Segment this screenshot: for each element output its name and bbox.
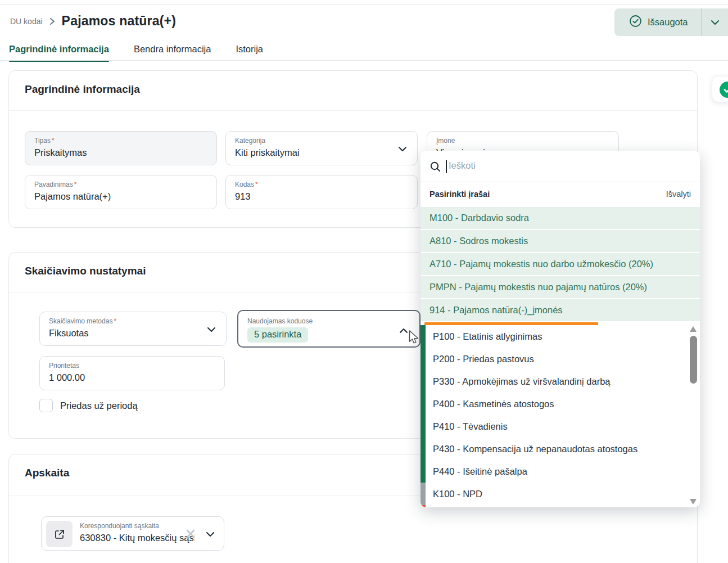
saved-indicator-chip (712, 76, 728, 102)
option-item[interactable]: P330 - Apmokėjimas už viršvalandinį darb… (420, 370, 700, 393)
kategorija-select[interactable]: Kategorija Kiti priskaitymai (225, 131, 418, 165)
option-label: P330 - Apmokėjimas už viršvalandinį darb… (433, 376, 611, 386)
prioritetas-input[interactable]: Prioritetas 1 000.00 (39, 356, 225, 390)
top-divider (0, 4, 728, 5)
save-dropdown-toggle[interactable] (702, 20, 728, 25)
save-status-button[interactable]: Išsaugota (614, 8, 728, 36)
kodas-input[interactable]: Kodas* 913 (225, 175, 418, 209)
check-icon (720, 82, 728, 98)
tab-bendra-informacija[interactable]: Bendra informacija (134, 44, 211, 61)
mouse-cursor (408, 330, 419, 347)
option-label: K100 - NPD (433, 489, 482, 499)
option-color-strip (420, 370, 426, 393)
selected-item[interactable]: M100 - Darbdavio sodra (420, 207, 700, 229)
checkbox[interactable] (39, 399, 53, 412)
multiselect-dropdown-panel: Ieškoti Pasirinkti įrašai Išvalyti M100 … (420, 151, 700, 507)
tipas-field: Tipas* Priskaitymas (25, 131, 217, 165)
selected-item[interactable]: 914 - Pajamos natūra(-)_įmonės (420, 299, 700, 321)
field-value: Kiti priskaitymai (235, 147, 300, 158)
section-title: Skaičiavimo nustatymai (25, 265, 146, 277)
field-label: Prioritetas (49, 362, 79, 370)
option-label: P200 - Priedas pastovus (433, 354, 534, 364)
option-item[interactable]: P100 - Etatinis atlyginimas (420, 325, 700, 348)
field-label: Skaičiavimo metodas* (49, 317, 116, 325)
text-caret (446, 160, 447, 173)
section-title: Apskaita (25, 467, 69, 479)
section-divider (9, 110, 697, 111)
option-color-strip (420, 393, 426, 415)
tab-pagrindine-informacija[interactable]: Pagrindinė informacija (9, 44, 109, 61)
selected-item[interactable]: A810 - Sodros mokestis (420, 230, 700, 252)
option-color-strip (420, 483, 426, 505)
search-icon (429, 161, 441, 175)
selected-item[interactable]: A710 - Pajamų mokestis nuo darbo užmokes… (420, 253, 700, 275)
external-link-button[interactable] (46, 521, 73, 547)
breadcrumb: DU kodai Pajamos natūra(+) (10, 13, 176, 29)
scrollbar[interactable] (690, 326, 697, 505)
options-list: P100 - Etatinis atlyginimasP200 - Prieda… (420, 325, 700, 507)
field-value: 913 (235, 191, 251, 202)
option-color-strip (420, 415, 426, 438)
selected-item[interactable]: PMPN - Pajamų mokestis nuo pajamų natūro… (420, 276, 700, 298)
dropdown-search[interactable]: Ieškoti (420, 151, 700, 182)
koresponduojanti-saskaita-select[interactable]: Koresponduojanti sąskaita 630830 - Kitų … (41, 516, 224, 551)
chevron-down-icon[interactable] (398, 144, 407, 154)
selected-items-title: Pasirinkti įrašai (429, 190, 490, 199)
scrollbar-thumb[interactable] (690, 336, 697, 384)
selected-items: M100 - Darbdavio sodraA810 - Sodros moke… (420, 207, 700, 322)
chevron-right-icon (49, 17, 55, 25)
save-status-label: Išsaugota (648, 17, 688, 28)
option-label: P430 - Kompensacija už nepanaudotas atos… (433, 444, 637, 454)
option-color-strip (420, 460, 426, 483)
option-color-strip (420, 348, 426, 370)
section-title: Pagrindinė informacija (25, 83, 140, 96)
chevron-up-icon[interactable] (399, 326, 408, 336)
option-label: P440 - Išeitinė pašalpa (433, 466, 527, 476)
field-value: 630830 - Kitų mokesčių sąsk (80, 533, 195, 543)
field-value: 1 000.00 (49, 372, 85, 383)
field-label: Koresponduojanti sąskaita (80, 522, 159, 530)
clear-icon[interactable] (185, 528, 196, 542)
field-value: Fiksuotas (49, 328, 89, 339)
option-color-strip (420, 325, 426, 348)
chevron-down-icon[interactable] (206, 529, 215, 539)
selected-items-header: Pasirinkti įrašai Išvalyti (420, 182, 700, 207)
option-item[interactable]: P410 - Tėvadienis (420, 415, 700, 438)
option-label: P400 - Kasmetinės atostogos (433, 399, 554, 409)
option-item[interactable]: P400 - Kasmetinės atostogos (420, 393, 700, 415)
pavadinimas-input[interactable]: Pavadinimas* Pajamos natūra(+) (25, 175, 217, 209)
field-value: Priskaitymas (34, 147, 87, 158)
naudojamas-koduose-select[interactable]: Naudojamas koduose 5 pasirinkta (237, 310, 420, 348)
option-item[interactable]: P430 - Kompensacija už nepanaudotas atos… (420, 438, 700, 460)
field-label: Pavadinimas* (34, 181, 76, 188)
checkbox-label: Priedas už periodą (60, 400, 138, 411)
clear-all-link[interactable]: Išvalyti (666, 190, 691, 199)
option-item[interactable]: P440 - Išeitinė pašalpa (420, 460, 700, 483)
tab-istorija[interactable]: Istorija (236, 44, 263, 61)
skaiciavimo-metodas-select[interactable]: Skaičiavimo metodas* Fiksuotas (39, 312, 227, 346)
option-item[interactable]: P200 - Priedas pastovus (420, 348, 700, 370)
selected-count-chip: 5 pasirinkta (247, 327, 308, 343)
option-label: P100 - Etatinis atlyginimas (433, 331, 542, 341)
priedas-uz-perioda-checkbox-row: Priedas už periodą (39, 399, 138, 412)
page-title: Pajamos natūra(+) (62, 13, 176, 29)
check-circle-icon (629, 15, 642, 30)
option-item[interactable]: K100 - NPD (420, 483, 700, 505)
scroll-up-arrow[interactable] (690, 326, 697, 332)
tab-bar: Pagrindinė informacija Bendra informacij… (9, 44, 263, 61)
option-label: P410 - Tėvadienis (433, 421, 508, 431)
field-label: Naudojamas koduose (247, 317, 313, 325)
field-label: Įmonė (436, 137, 455, 145)
search-placeholder: Ieškoti (449, 160, 476, 171)
field-label: Kategorija (235, 137, 265, 145)
field-value: Pajamos natūra(+) (34, 191, 111, 202)
breadcrumb-parent[interactable]: DU kodai (10, 17, 43, 26)
chevron-down-icon[interactable] (207, 325, 216, 335)
option-color-strip (420, 438, 426, 460)
field-label: Tipas* (34, 137, 55, 145)
option-item[interactable] (420, 505, 700, 507)
tabs-divider (0, 60, 728, 61)
field-label: Kodas* (235, 181, 258, 188)
scroll-down-arrow[interactable] (690, 499, 697, 505)
